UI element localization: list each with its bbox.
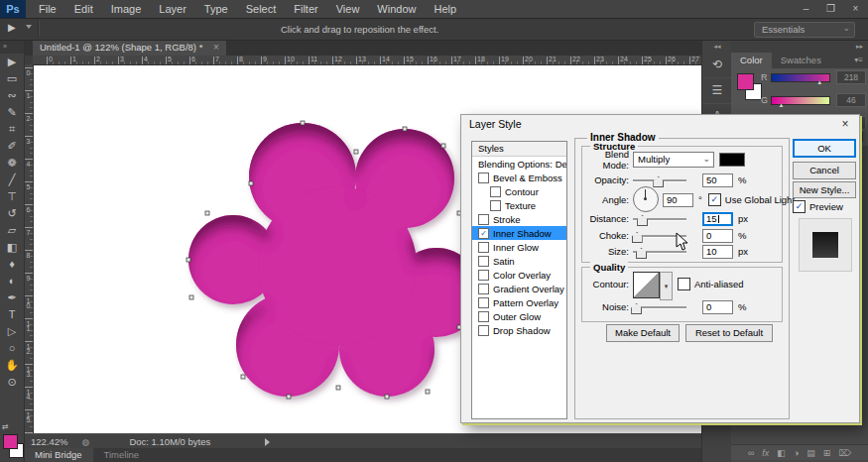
tab-mini-bridge[interactable]: Mini Bridge	[24, 448, 93, 462]
adjustment-layer-icon[interactable]: ◑	[794, 448, 799, 458]
quick-selection-tool[interactable]: ✎	[0, 104, 24, 121]
pen-tool[interactable]: ✒	[0, 289, 24, 306]
noise-value[interactable]: 0	[702, 300, 733, 314]
tool-preset-dropdown-icon[interactable]	[26, 25, 32, 29]
layer-mask-icon[interactable]: ◧	[777, 448, 786, 458]
delete-layer-icon[interactable]: ⌦	[838, 448, 851, 458]
style-item-texture[interactable]: Texture	[472, 198, 566, 212]
angle-value[interactable]: 90	[663, 193, 693, 207]
adjustments-panel-icon[interactable]: ☰	[702, 78, 732, 104]
menu-select[interactable]: Select	[237, 0, 286, 18]
workspace-switcher[interactable]: Essentials	[754, 22, 855, 38]
layer-effects-icon[interactable]: fx	[762, 448, 769, 458]
blur-tool[interactable]: ♦	[0, 256, 24, 273]
move-tool-icon[interactable]: ▶	[8, 22, 16, 33]
style-checkbox[interactable]: ✓	[478, 228, 489, 239]
distance-value[interactable]: 15	[702, 212, 733, 226]
link-layers-icon[interactable]: ∞	[748, 448, 754, 458]
menu-type[interactable]: Type	[195, 0, 237, 18]
style-item-gradient-overlay[interactable]: Gradient Overlay	[472, 282, 566, 295]
size-value[interactable]: 10	[702, 245, 733, 259]
tab-timeline[interactable]: Timeline	[93, 448, 151, 462]
contour-thumbnail[interactable]	[633, 272, 660, 298]
restore-window-icon[interactable]: ❐	[818, 0, 843, 18]
channel-value[interactable]: 218	[836, 70, 866, 84]
doc-size-info[interactable]: Doc: 1.10M/0 bytes	[129, 436, 210, 447]
panel-menu-icon[interactable]: ▾≡	[854, 53, 868, 68]
gradient-tool[interactable]: ◧	[0, 239, 24, 256]
blend-mode-select[interactable]: Multiply	[633, 152, 714, 168]
dialog-close-icon[interactable]: ×	[838, 117, 852, 131]
style-item-pattern-overlay[interactable]: Pattern Overlay	[472, 295, 566, 309]
style-checkbox[interactable]	[478, 270, 489, 281]
type-tool[interactable]: T	[0, 306, 24, 323]
channel-slider-thumb[interactable]: ▲	[816, 79, 822, 85]
menu-help[interactable]: Help	[425, 0, 465, 18]
brush-tool[interactable]: ╱	[0, 172, 24, 188]
opacity-slider[interactable]	[633, 174, 686, 185]
style-checkbox[interactable]	[478, 173, 489, 183]
flower-shape[interactable]	[188, 123, 481, 397]
style-item-outer-glow[interactable]: Outer Glow	[472, 309, 566, 323]
crop-tool[interactable]: ⌗	[0, 121, 24, 138]
hand-tool[interactable]: ✋	[0, 357, 24, 374]
eyedropper-tool[interactable]: ✐	[0, 138, 24, 155]
style-item-inner-glow[interactable]: Inner Glow	[472, 240, 566, 254]
lasso-tool[interactable]: ∾	[0, 87, 24, 104]
history-panel-icon[interactable]: ⟲	[702, 53, 732, 78]
style-item-bevel-emboss[interactable]: Bevel & Emboss	[472, 171, 566, 184]
style-checkbox[interactable]	[478, 325, 489, 336]
cancel-button[interactable]: Cancel	[793, 162, 856, 179]
dock-expand-icon[interactable]: ◂◂	[702, 40, 732, 53]
style-checkbox[interactable]	[490, 186, 501, 197]
style-item-inner-shadow[interactable]: ✓Inner Shadow	[472, 226, 566, 240]
zoom-tool[interactable]: ⊙	[0, 374, 24, 391]
menu-filter[interactable]: Filter	[285, 0, 326, 18]
clone-stamp-tool[interactable]: ⊤	[0, 188, 24, 205]
menu-edit[interactable]: Edit	[65, 0, 102, 18]
move-tool[interactable]: ▶	[0, 54, 24, 70]
spot-healing-brush-tool[interactable]: ❁	[0, 155, 24, 172]
panel-collapse-icon[interactable]: ▸▸	[856, 40, 863, 53]
style-checkbox[interactable]	[478, 256, 489, 267]
style-item-blending-options-default[interactable]: Blending Options: Default	[472, 157, 566, 171]
reset-to-default-button[interactable]: Reset to Default	[685, 324, 773, 342]
anti-aliased-checkbox[interactable]	[678, 278, 690, 290]
style-item-contour[interactable]: Contour	[472, 184, 566, 198]
opacity-value[interactable]: 50	[702, 173, 733, 187]
panel-foreground-swatch[interactable]	[737, 73, 754, 90]
tab-color[interactable]: Color	[731, 53, 772, 68]
style-checkbox[interactable]	[478, 242, 489, 253]
layer-group-icon[interactable]: ▤	[806, 448, 815, 458]
use-global-light-checkbox[interactable]	[708, 193, 721, 206]
style-item-color-overlay[interactable]: Color Overlay	[472, 268, 566, 282]
preview-checkbox[interactable]	[793, 200, 806, 213]
style-checkbox[interactable]	[478, 214, 489, 225]
noise-slider[interactable]	[633, 301, 686, 312]
tools-panel-collapse-icon[interactable]: »	[0, 40, 24, 54]
path-selection-tool[interactable]: ▷	[0, 323, 24, 340]
style-checkbox[interactable]	[478, 311, 489, 322]
style-item-stroke[interactable]: Stroke	[472, 212, 566, 226]
menu-image[interactable]: Image	[102, 0, 151, 18]
document-tab[interactable]: Untitled-1 @ 122% (Shape 1, RGB/8) * ×	[33, 40, 226, 56]
zoom-level[interactable]: 122.42%	[31, 436, 68, 447]
ok-button[interactable]: OK	[793, 139, 856, 158]
menu-file[interactable]: File	[30, 0, 65, 18]
foreground-color-swatch[interactable]	[3, 434, 18, 449]
rectangular-marquee-tool[interactable]: ▭	[0, 70, 24, 87]
menu-layer[interactable]: Layer	[150, 0, 195, 18]
style-item-drop-shadow[interactable]: Drop Shadow	[472, 323, 566, 337]
style-checkbox[interactable]	[490, 200, 501, 211]
menu-window[interactable]: Window	[368, 0, 425, 18]
contour-dropdown-icon[interactable]: ▾	[660, 272, 673, 300]
style-checkbox[interactable]	[478, 297, 489, 308]
make-default-button[interactable]: Make Default	[606, 324, 680, 342]
channel-value[interactable]: 46	[836, 93, 866, 107]
shadow-color-swatch[interactable]	[719, 153, 745, 167]
history-brush-tool[interactable]: ↺	[0, 205, 24, 222]
ellipse-shape-tool[interactable]: ○	[0, 340, 24, 357]
close-window-icon[interactable]: ×	[843, 0, 868, 18]
swap-colors-icon[interactable]: ⇄	[2, 422, 9, 431]
tab-close-icon[interactable]: ×	[213, 42, 219, 53]
